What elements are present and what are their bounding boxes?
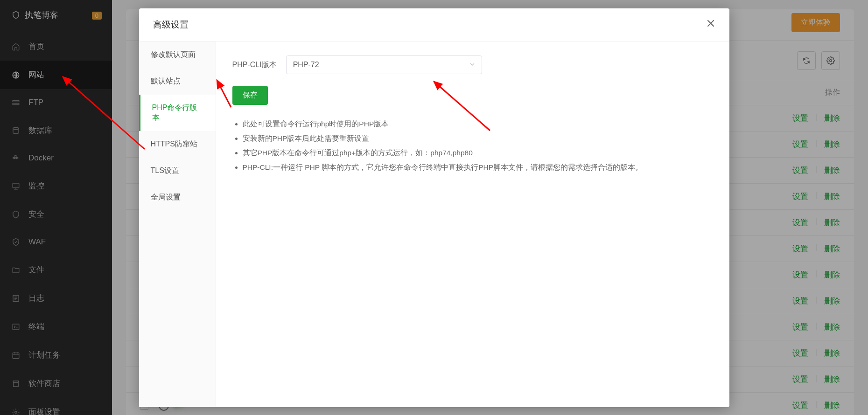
modal-content: PHP-CLI版本 PHP-72 保存 此处可设置命令行运行php时使用的PHP… (216, 42, 729, 407)
modal-sidebar: 修改默认页面默认站点PHP命令行版本HTTPS防窜站TLS设置全局设置 (139, 42, 216, 407)
modal-tab[interactable]: 修改默认页面 (139, 42, 216, 68)
hints-list: 此处可设置命令行运行php时使用的PHP版本安装新的PHP版本后此处需要重新设置… (243, 117, 713, 174)
chevron-down-icon (469, 61, 475, 69)
hint-item: PHP-CLI:一种运行 PHP 脚本的方式，它允许您在命令行终端中直接执行PH… (243, 160, 713, 174)
hint-item: 此处可设置命令行运行php时使用的PHP版本 (243, 117, 713, 131)
modal-tab[interactable]: PHP命令行版本 (139, 95, 216, 131)
hint-item: 其它PHP版本在命令行可通过php+版本的方式运行，如：php74,php80 (243, 145, 713, 160)
modal-title: 高级设置 (153, 19, 189, 31)
hint-item: 安装新的PHP版本后此处需要重新设置 (243, 131, 713, 145)
modal-tab[interactable]: TLS设置 (139, 158, 216, 184)
advanced-settings-modal: 高级设置 修改默认页面默认站点PHP命令行版本HTTPS防窜站TLS设置全局设置… (139, 8, 729, 407)
close-icon[interactable] (706, 19, 715, 31)
modal-tab[interactable]: 默认站点 (139, 68, 216, 95)
php-cli-value: PHP-72 (293, 61, 319, 69)
modal-tab[interactable]: HTTPS防窜站 (139, 131, 216, 158)
modal-overlay: 高级设置 修改默认页面默认站点PHP命令行版本HTTPS防窜站TLS设置全局设置… (0, 0, 868, 415)
php-cli-label: PHP-CLI版本 (232, 60, 277, 70)
modal-tab[interactable]: 全局设置 (139, 184, 216, 211)
save-button[interactable]: 保存 (232, 86, 268, 105)
php-cli-select[interactable]: PHP-72 (286, 55, 482, 74)
